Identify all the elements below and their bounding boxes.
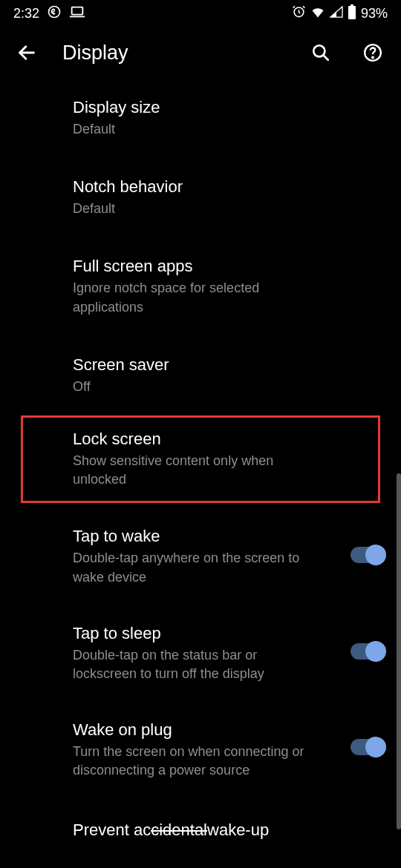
setting-tap-to-sleep[interactable]: Tap to sleep Double-tap on the status ba…: [0, 603, 401, 700]
setting-screen-saver[interactable]: Screen saver Off: [0, 333, 401, 412]
setting-subtitle: Default: [73, 120, 328, 139]
setting-subtitle: Default: [73, 200, 328, 218]
whatsapp-icon: [47, 4, 62, 23]
svg-point-10: [372, 57, 374, 59]
setting-lock-screen[interactable]: Lock screen Show sensitive content only …: [21, 415, 380, 503]
toggle-wake-on-plug[interactable]: [351, 739, 385, 755]
back-button[interactable]: [13, 39, 40, 66]
setting-subtitle: Ignore notch space for selected applicat…: [73, 279, 328, 316]
setting-title: Display size: [73, 98, 328, 117]
status-time: 2:32: [13, 6, 39, 22]
setting-title: Tap to wake: [73, 527, 313, 546]
svg-line-8: [323, 55, 328, 60]
setting-subtitle: Turn the screen on when connecting or di…: [73, 743, 313, 780]
wifi-icon: [310, 6, 325, 22]
setting-full-screen-apps[interactable]: Full screen apps Ignore notch space for …: [0, 234, 401, 332]
app-bar: Display: [0, 27, 401, 79]
page-title: Display: [62, 42, 284, 65]
setting-title: Full screen apps: [73, 257, 328, 276]
setting-title: Prevent accidental wake-up: [73, 821, 328, 840]
battery-icon: [348, 4, 356, 23]
setting-title: Tap to sleep: [73, 624, 313, 643]
setting-notch-behavior[interactable]: Notch behavior Default: [0, 155, 401, 234]
toggle-tap-to-sleep[interactable]: [351, 643, 385, 660]
setting-title: Notch behavior: [73, 177, 328, 197]
svg-rect-5: [351, 4, 353, 6]
alarm-icon: [292, 4, 306, 22]
battery-percent: 93%: [361, 6, 388, 22]
setting-wake-on-plug[interactable]: Wake on plug Turn the screen on when con…: [0, 700, 401, 795]
svg-rect-1: [72, 7, 83, 14]
search-button[interactable]: [306, 38, 336, 68]
setting-prevent-accidental-wakeup[interactable]: Prevent accidental wake-up: [0, 795, 401, 858]
svg-point-0: [49, 6, 60, 17]
setting-subtitle: Show sensitive content only when unlocke…: [73, 452, 328, 489]
setting-tap-to-wake[interactable]: Tap to wake Double-tap anywhere on the s…: [0, 506, 401, 602]
setting-title: Screen saver: [73, 355, 328, 375]
status-bar: 2:32 93%: [0, 0, 401, 27]
setting-subtitle: Double-tap on the status bar or lockscre…: [73, 646, 313, 683]
setting-title: Wake on plug: [73, 720, 313, 740]
laptop-icon: [69, 5, 85, 22]
setting-title: Lock screen: [73, 430, 328, 449]
settings-list: Display size Default Notch behavior Defa…: [0, 79, 401, 858]
toggle-tap-to-wake[interactable]: [351, 547, 385, 563]
signal-icon: [330, 6, 343, 22]
setting-subtitle: Double-tap anywhere on the screen to wak…: [73, 549, 313, 586]
svg-rect-4: [348, 6, 356, 19]
setting-subtitle: Off: [73, 378, 328, 396]
scrollbar[interactable]: [397, 473, 401, 829]
help-button[interactable]: [358, 38, 388, 68]
setting-display-size[interactable]: Display size Default: [0, 79, 401, 155]
